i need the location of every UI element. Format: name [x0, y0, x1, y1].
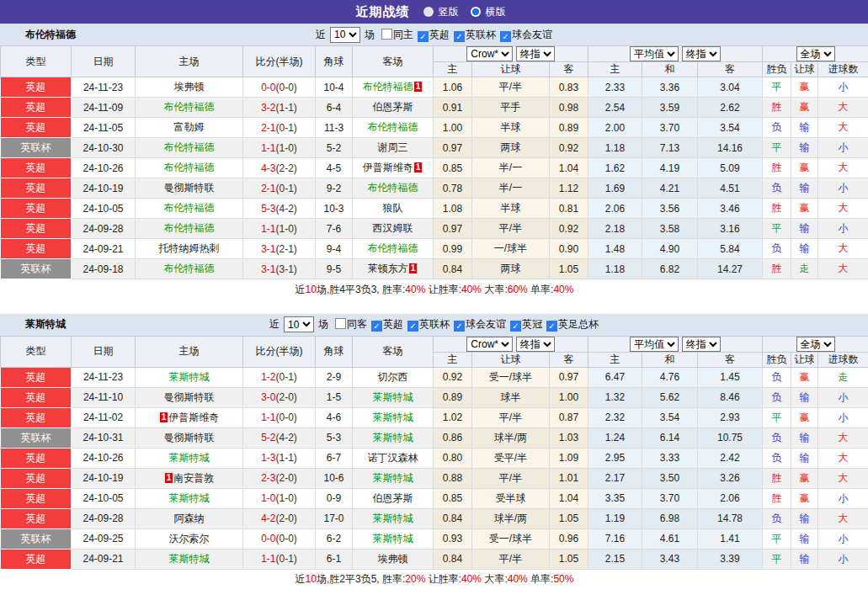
match-date: 24-11-10: [72, 387, 136, 407]
match-date: 24-10-19: [72, 468, 136, 488]
checkbox-checked[interactable]: [418, 31, 429, 42]
match-row: 英超24-09-28阿森纳4-2(2-0)17-0莱斯特城0.84球半/两1.0…: [1, 508, 868, 528]
checkbox-unchecked[interactable]: [335, 318, 346, 329]
layout-vertical-radio[interactable]: [423, 7, 434, 17]
halftime-score: (1-1): [276, 102, 297, 114]
handicap-result-cell: 赢: [791, 407, 818, 427]
layout-horizontal-label[interactable]: 横版: [486, 5, 506, 19]
crow-home-odds: 0.78: [434, 178, 472, 199]
corner-cell: 9-5: [316, 259, 353, 279]
average-select[interactable]: 平均值: [630, 46, 679, 61]
crow-away-odds: 0.96: [550, 528, 588, 549]
crow-away-odds: 1.04: [550, 158, 588, 178]
checkbox-checked[interactable]: [371, 321, 382, 332]
crow-index-select[interactable]: 终指: [516, 337, 555, 352]
home-team-cell: 布伦特福德: [136, 199, 243, 219]
col-crow-away: 客: [550, 62, 588, 77]
halftime-score: (2-0): [276, 472, 297, 484]
avg-away-odds: 1.41: [698, 528, 763, 549]
avg-away-odds: 10.75: [698, 427, 763, 448]
avg-home-odds: 2.15: [588, 549, 642, 569]
match-count-select[interactable]: 10: [330, 27, 360, 43]
checkbox-label: 同主: [393, 29, 413, 40]
checkbox-label: 英冠: [522, 318, 542, 330]
corner-cell: 17-0: [316, 508, 353, 528]
match-row: 英超24-09-21莱斯特城1-1(0-1)6-1埃弗顿0.84平/半1.052…: [1, 549, 868, 569]
league-type-badge: 英超: [1, 468, 72, 488]
team-name: 埃弗顿: [378, 553, 408, 565]
fulltime-score: 5-2: [261, 432, 275, 443]
match-date: 24-11-23: [72, 77, 136, 98]
avg-away-odds: 14.27: [698, 259, 763, 279]
avg-away-odds: 4.51: [698, 178, 763, 199]
results-body: 英超24-11-23埃弗顿0-0(0-0)10-4布伦特福德11.06平/半0.…: [1, 77, 868, 279]
team-name: 曼彻斯特联: [164, 182, 215, 194]
handicap-result-cell: 赢: [791, 199, 818, 219]
checkbox-checked[interactable]: [546, 321, 557, 332]
halftime-score: (1-0): [276, 492, 297, 504]
crow-handicap: 平/半: [472, 549, 550, 569]
checkbox-unchecked[interactable]: [381, 29, 392, 40]
bookmaker-select[interactable]: Crow*: [466, 46, 513, 61]
col-home: 主场: [136, 336, 243, 367]
fulltime-score: 1-3: [261, 452, 275, 464]
avg-away-odds: 14.78: [698, 508, 763, 528]
recent-suffix-label: 场: [318, 317, 328, 332]
team-name: 布伦特福德: [164, 202, 215, 214]
checkbox-checked[interactable]: [454, 31, 465, 42]
bookmaker-select[interactable]: Crow*: [466, 337, 513, 352]
match-row: 英超24-10-05莱斯特城1-0(1-0)0-9伯恩茅斯0.85受半球1.04…: [1, 488, 868, 508]
avg-away-odds: 2.93: [698, 407, 763, 427]
layout-vertical-label[interactable]: 竖版: [439, 5, 459, 19]
match-row: 英超24-10-05布伦特福德5-3(4-2)10-3狼队1.08半球0.812…: [1, 199, 868, 219]
score-cell: 3-1(2-1): [243, 239, 316, 259]
away-team-cell: 莱斯特城: [353, 387, 434, 407]
avg-away-odds: 3.54: [698, 118, 763, 138]
checkbox-checked[interactable]: [454, 321, 465, 332]
avg-away-odds: 3.26: [698, 468, 763, 488]
red-card-badge: 1: [414, 82, 423, 92]
crow-handicap: 半球: [472, 118, 550, 138]
scope-select[interactable]: 全场: [796, 46, 835, 61]
average-index-select[interactable]: 终指: [682, 337, 721, 352]
crow-index-select[interactable]: 终指: [516, 46, 555, 61]
summary-segment: 让胜率:: [425, 284, 461, 295]
average-select[interactable]: 平均值: [630, 337, 679, 352]
result-cell: 负: [763, 239, 791, 259]
summary-segment: 50%: [553, 573, 573, 585]
average-index-select[interactable]: 终指: [682, 46, 721, 61]
crow-handicap: 球半/两: [472, 508, 550, 528]
match-date: 24-10-05: [72, 199, 136, 219]
section-divider: [0, 300, 868, 314]
team-name: 谢周三: [378, 141, 408, 153]
halftime-score: (4-2): [276, 432, 297, 443]
filter-controls: 近 10 场 同主英超英联杯球会友谊: [316, 27, 552, 43]
team-name: 莱斯特城: [169, 371, 210, 383]
home-team-cell: 布伦特福德: [136, 98, 243, 118]
team-name: 富勒姆: [174, 121, 205, 133]
goals-result-cell: 大: [818, 199, 868, 219]
team-name: 伯恩茅斯: [373, 101, 413, 113]
league-type-badge: 英超: [1, 77, 72, 98]
checkbox-label: 英足总杯: [558, 318, 599, 330]
checkbox-checked[interactable]: [407, 321, 418, 332]
col-result: 胜负: [763, 352, 791, 367]
topbar: 近期战绩 竖版 横版: [0, 0, 868, 24]
stats-summary: 近10场,胜4平3负3, 胜率:40% 让胜率:40% 大率:60% 单率:40…: [1, 279, 868, 300]
checkbox-checked[interactable]: [510, 321, 521, 332]
checkbox-label: 英超: [383, 318, 403, 330]
home-team-cell: 曼彻斯特联: [136, 178, 243, 199]
col-date: 日期: [72, 46, 136, 77]
crow-handicap: 两球: [472, 259, 550, 279]
layout-horizontal-radio[interactable]: [471, 7, 481, 17]
match-date: 24-09-25: [72, 528, 136, 549]
goals-result-cell: 小: [818, 77, 868, 98]
result-cell: 胜: [763, 259, 791, 279]
halftime-score: (0-0): [276, 412, 297, 423]
checkbox-checked[interactable]: [500, 31, 511, 42]
goals-result-cell: 小: [818, 549, 868, 569]
scope-select[interactable]: 全场: [796, 337, 835, 352]
crow-away-odds: 0.81: [550, 199, 588, 219]
result-cell: 平: [763, 219, 791, 239]
match-count-select[interactable]: 10: [284, 316, 314, 332]
